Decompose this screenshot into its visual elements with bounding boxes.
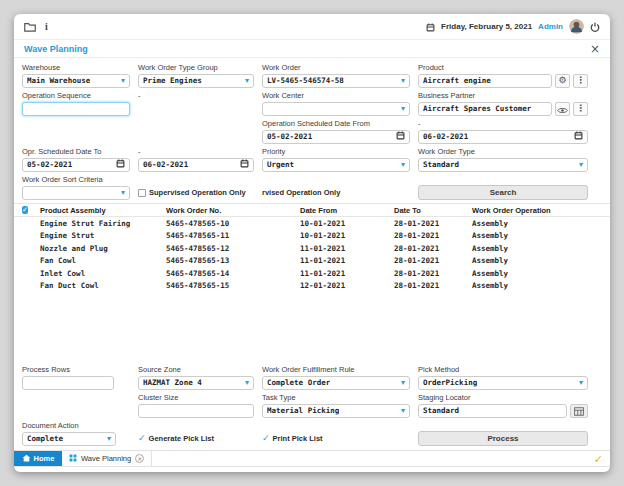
avatar[interactable] [569,19,584,34]
warehouse-select[interactable]: Main Warehouse ▾ [22,74,130,88]
home-icon [22,454,31,464]
business-partner-field-group: Aircraft Spares Customer ⋮ [418,102,588,116]
calendar-icon[interactable] [574,131,583,142]
power-icon[interactable] [590,18,600,36]
work-order-value: LV-5465-546574-58 [267,76,344,85]
chevron-down-icon: ▾ [579,161,583,169]
chevron-down-icon: ▾ [401,407,405,415]
product-menu-button[interactable]: ⋮ [573,74,588,88]
operation-scheduled-date-from-field[interactable]: 05-02-2021 [262,130,410,144]
operation-scheduled-date-to-field[interactable]: 06-02-2021 [418,130,588,144]
work-order-type-group-value: Prime Engines [143,76,202,85]
tab-close-icon[interactable]: × [135,454,144,463]
header-date-from[interactable]: Date From [300,206,394,215]
generate-pick-list-checkbox[interactable]: ✓ Generate Pick List [138,434,254,443]
process-form: Process Rows Source Zone Work Order Fulf… [14,362,610,450]
process-button[interactable]: Process [418,431,588,446]
locator-grid-icon [574,402,584,420]
product-field[interactable]: Aircraft engine [418,74,552,88]
cell-work-order-operation: Assembly [472,281,602,290]
tab-home[interactable]: Home [14,451,62,466]
table-row[interactable]: Fan Duct Cowl 5465-478565-15 12-01-2021 … [14,280,610,293]
cluster-size-input[interactable] [138,404,254,418]
select-all-checkbox[interactable]: ✓ [22,206,28,214]
source-zone-value: HAZMAT Zone 4 [143,378,202,387]
fulfillment-rule-select[interactable]: Complete Order ▾ [262,376,410,390]
cell-date-to: 28-01-2021 [394,231,472,240]
source-zone-select[interactable]: HAZMAT Zone 4 ▾ [138,376,254,390]
task-type-select[interactable]: Material Picking ▾ [262,404,410,418]
cell-work-order-operation: Assembly [472,231,602,240]
unsupervised-operation-only-checkbox[interactable]: rvised Operation Only [262,188,410,197]
work-center-select[interactable]: ▾ [262,102,410,116]
chevron-down-icon: ▾ [401,105,405,113]
table-row[interactable]: Nozzle and Plug 5465-478565-12 11-01-202… [14,242,610,255]
kebab-icon: ⋮ [576,76,585,85]
pick-method-select[interactable]: OrderPicking ▾ [418,376,588,390]
process-rows-input[interactable] [22,376,114,390]
kebab-icon: ⋮ [576,104,585,113]
print-pick-list-checkbox[interactable]: ✓ Print Pick List [262,434,410,443]
staging-locator-lookup-button[interactable] [570,404,588,418]
work-order-select[interactable]: LV-5465-546574-58 ▾ [262,74,410,88]
folder-icon[interactable] [24,18,36,36]
cell-date-to: 28-01-2021 [394,219,472,228]
task-type-label: Task Type [262,393,410,402]
header-product-assembly[interactable]: Product Assembly [40,206,166,215]
table-row[interactable]: Fan Cowl 5465-478565-13 11-01-2021 28-01… [14,255,610,268]
calendar-icon[interactable] [116,159,125,170]
cell-date-from: 11-01-2021 [300,244,394,253]
operation-sequence-input[interactable] [22,102,130,116]
cell-work-order-no: 5465-478565-15 [166,281,300,290]
work-order-sort-criteria-select[interactable]: ▾ [22,186,130,200]
business-partner-view-button[interactable] [555,102,570,116]
chevron-down-icon: ▾ [579,379,583,387]
business-partner-menu-button[interactable]: ⋮ [573,102,588,116]
top-bar-right: Friday, February 5, 2021 Admin [426,18,600,36]
header-work-order-operation[interactable]: Work Order Operation [472,206,602,215]
table-row[interactable]: Engine Strut Fairing 5465-478565-10 10-0… [14,217,610,230]
staging-locator-value: Standard [423,406,459,415]
work-order-type-group-label: Work Order Type Group [138,63,254,72]
corner-check-icon[interactable]: ✓ [594,453,603,466]
cell-work-order-operation: Assembly [472,269,602,278]
product-label: Product [418,63,588,72]
user-name[interactable]: Admin [538,22,563,31]
product-lookup-button[interactable]: ⚙ [555,74,570,88]
document-action-select[interactable]: Complete ▾ [22,432,116,446]
work-order-type-select[interactable]: Standard ▾ [418,158,588,172]
header-date-to[interactable]: Date To [394,206,472,215]
staging-locator-label: Staging Locator [418,393,588,402]
calendar-icon[interactable] [396,131,405,142]
priority-select[interactable]: Urgent ▾ [262,158,410,172]
warehouse-value: Main Warehouse [27,76,90,85]
pick-method-value: OrderPicking [423,378,477,387]
tab-wave-planning[interactable]: Wave Planning × [62,451,152,466]
fulfillment-rule-label: Work Order Fulfillment Rule [262,365,410,374]
calendar-icon[interactable] [240,159,249,170]
chevron-down-icon: ▾ [121,77,125,85]
source-zone-label: Source Zone [138,365,254,374]
header-work-order-no[interactable]: Work Order No. [166,206,300,215]
wave-planning-window: i Friday, February 5, 2021 Admin Wave Pl… [14,14,610,472]
supervised-operation-only-checkbox[interactable]: Supervised Operation Only [138,188,254,197]
table-row[interactable]: Inlet Cowl 5465-478565-14 11-01-2021 28-… [14,267,610,280]
supervised-operation-only-label: Supervised Operation Only [149,188,246,197]
opr-scheduled-date-to-label: Opr. Scheduled Date To [22,147,130,156]
close-icon[interactable]: × [590,43,600,55]
opr-scheduled-date-to-end-field[interactable]: 06-02-2021 [138,158,254,172]
opr-scheduled-date-to-start-field[interactable]: 05-02-2021 [22,158,130,172]
search-button[interactable]: Search [418,185,588,200]
cell-date-from: 11-01-2021 [300,269,394,278]
cell-work-order-no: 5465-478565-11 [166,231,300,240]
cell-date-to: 28-01-2021 [394,256,472,265]
work-order-type-group-select[interactable]: Prime Engines ▾ [138,74,254,88]
info-icon[interactable]: i [45,21,48,32]
tab-home-label: Home [34,454,55,463]
top-bar-left: i [24,18,48,36]
staging-locator-field[interactable]: Standard [418,404,567,418]
business-partner-field[interactable]: Aircraft Spares Customer [418,102,552,116]
range-dash: - [138,91,254,100]
table-row[interactable]: Engine Strut 5465-478565-11 10-01-2021 2… [14,230,610,243]
checkbox-icon [138,189,146,197]
